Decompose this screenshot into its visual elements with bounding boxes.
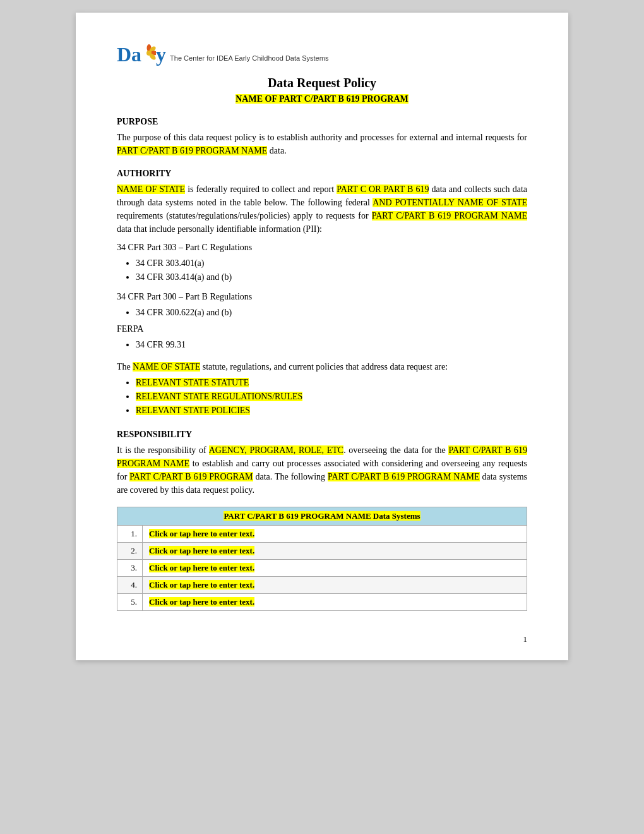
authority-part-highlight: PART C OR PART B 619 (337, 184, 429, 194)
dasy-logo: Da y The Center for IDEA Early Childhood… (117, 44, 328, 64)
cfr-300-list: 34 CFR 300.622(a) and (b) (136, 306, 527, 320)
table-row: 4. Click or tap here to enter text. (117, 576, 527, 593)
row-text: Click or tap here to enter text. (149, 580, 254, 589)
authority-state-highlight: NAME OF STATE (117, 184, 185, 194)
title-subtitle: NAME OF PART C/PART B 619 PROGRAM (117, 94, 527, 104)
row-text: Click or tap here to enter text. (149, 597, 254, 607)
page-title: Data Request Policy (117, 76, 527, 90)
svg-point-4 (146, 51, 152, 56)
ferpa-list: 34 CFR 99.31 (136, 338, 527, 352)
resp-text2: . overseeing the data for the (343, 445, 448, 455)
state-intro-para: The NAME OF STATE statute, regulations, … (117, 360, 527, 373)
relevant-regulations: RELEVANT STATE REGULATIONS/RULES (136, 392, 302, 401)
state-intro1: The (117, 362, 133, 372)
logo-tagline: The Center for IDEA Early Childhood Data… (170, 54, 328, 62)
responsibility-section: RESPONSIBILITY It is the responsibility … (117, 430, 527, 611)
page-header: Da y The Center for IDEA Early Childhood… (117, 44, 527, 64)
row-num: 1. (117, 525, 143, 542)
table-row: 5. Click or tap here to enter text. (117, 593, 527, 610)
state-bullets-list: RELEVANT STATE STATUTE RELEVANT STATE RE… (136, 376, 527, 418)
page-number: 1 (523, 634, 528, 644)
authority-heading: AUTHORITY (117, 169, 527, 179)
authority-section: AUTHORITY NAME OF STATE is federally req… (117, 169, 527, 418)
state-name-highlight: NAME OF STATE (133, 362, 200, 372)
cfr-303-list: 34 CFR 303.401(a) 34 CFR 303.414(a) and … (136, 257, 527, 285)
purpose-body: The purpose of this data request policy … (117, 131, 527, 157)
purpose-highlight1: PART C/PART B 619 PROGRAM NAME (117, 146, 267, 155)
row-num: 3. (117, 559, 143, 576)
flower-icon (142, 44, 156, 62)
authority-text3: requirements (statutes/regulations/rules… (117, 211, 372, 221)
row-cell[interactable]: Click or tap here to enter text. (143, 525, 527, 542)
relevant-policies: RELEVANT STATE POLICIES (136, 406, 250, 415)
responsibility-heading: RESPONSIBILITY (117, 430, 527, 440)
resp-highlight4: PART C/PART B 619 PROGRAM NAME (328, 472, 479, 481)
cfr-303-401: 34 CFR 303.401(a) (136, 257, 527, 270)
purpose-text2: data. (267, 146, 286, 155)
row-cell[interactable]: Click or tap here to enter text. (143, 559, 527, 576)
data-systems-table-container: PART C/PART B 619 PROGRAM NAME Data Syst… (117, 507, 527, 611)
row-num: 5. (117, 593, 143, 610)
row-num: 2. (117, 542, 143, 559)
logo-letters-2: y (156, 44, 166, 64)
logo-letters: Da (117, 44, 141, 64)
state-bullet-1: RELEVANT STATE STATUTE (136, 376, 527, 390)
row-cell[interactable]: Click or tap here to enter text. (143, 542, 527, 559)
table-row: 3. Click or tap here to enter text. (117, 559, 527, 576)
authority-fed-highlight: AND POTENTIALLY NAME OF STATE (373, 198, 527, 207)
cfr-part300-line: 34 CFR Part 300 – Part B Regulations (117, 290, 527, 303)
authority-program-highlight: PART C/PART B 619 PROGRAM NAME (372, 211, 527, 221)
table-header-highlight: PART C/PART B 619 PROGRAM NAME Data Syst… (224, 511, 420, 521)
document-page: Da y The Center for IDEA Early Childhood… (76, 13, 568, 660)
responsibility-body: It is the responsibility of AGENCY, PROG… (117, 444, 527, 497)
row-text: Click or tap here to enter text. (149, 529, 254, 538)
state-bullet-2: RELEVANT STATE REGULATIONS/RULES (136, 390, 527, 404)
authority-text4: data that include personally identifiabl… (117, 224, 322, 234)
cfr-303-414: 34 CFR 303.414(a) and (b) (136, 270, 527, 284)
purpose-heading: PURPOSE (117, 117, 527, 127)
relevant-statute: RELEVANT STATE STATUTE (136, 378, 249, 387)
row-cell[interactable]: Click or tap here to enter text. (143, 576, 527, 593)
resp-text4: data. The following (253, 472, 328, 481)
title-section: Data Request Policy NAME OF PART C/PART … (117, 76, 527, 104)
ferpa-line: FERPA (117, 322, 527, 335)
row-text: Click or tap here to enter text. (149, 563, 254, 572)
cfr-300-622: 34 CFR 300.622(a) and (b) (136, 306, 527, 320)
resp-text1: It is the responsibility of (117, 445, 209, 455)
cfr-part303-line: 34 CFR Part 303 – Part C Regulations (117, 241, 527, 254)
subtitle-highlight: NAME OF PART C/PART B 619 PROGRAM (236, 94, 408, 104)
cfr-99-31: 34 CFR 99.31 (136, 338, 527, 352)
state-bullet-3: RELEVANT STATE POLICIES (136, 404, 527, 418)
state-intro2: statute, regulations, and current polici… (200, 362, 448, 372)
row-num: 4. (117, 576, 143, 593)
resp-highlight3: PART C/PART B 619 PROGRAM (129, 472, 253, 481)
table-header: PART C/PART B 619 PROGRAM NAME Data Syst… (117, 507, 527, 525)
authority-text1: is federally required to collect and rep… (185, 184, 337, 194)
purpose-text1: The purpose of this data request policy … (117, 133, 527, 142)
purpose-section: PURPOSE The purpose of this data request… (117, 117, 527, 157)
row-text: Click or tap here to enter text. (149, 546, 254, 555)
data-systems-table: PART C/PART B 619 PROGRAM NAME Data Syst… (117, 507, 527, 611)
authority-body: NAME OF STATE is federally required to c… (117, 183, 527, 236)
row-cell[interactable]: Click or tap here to enter text. (143, 593, 527, 610)
resp-highlight1: AGENCY, PROGRAM, ROLE, ETC (209, 445, 343, 455)
table-row: 2. Click or tap here to enter text. (117, 542, 527, 559)
table-row: 1. Click or tap here to enter text. (117, 525, 527, 542)
